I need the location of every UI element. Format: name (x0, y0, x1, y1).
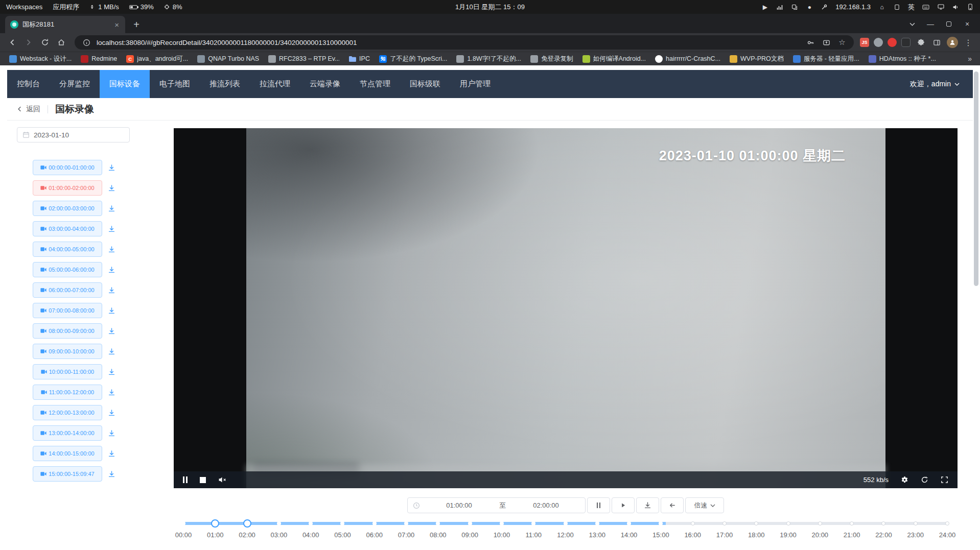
nav-item-3[interactable]: 国标设备 (100, 70, 150, 98)
extensions-puzzle-icon[interactable] (915, 37, 926, 48)
tablet-icon[interactable] (893, 4, 900, 10)
play-button[interactable] (612, 497, 635, 513)
download-icon[interactable] (108, 246, 115, 253)
download-icon[interactable] (108, 368, 115, 376)
record-segment-button[interactable]: 12:00:00-13:00:00 (33, 405, 102, 420)
video-player[interactable]: 2023-01-10 01:00:00 星期二 552 kb/s (174, 128, 958, 488)
bookmark-item[interactable]: Redmine (77, 54, 121, 64)
browser-home-icon[interactable] (54, 35, 68, 50)
pause-button[interactable] (587, 497, 610, 513)
bookmark-item[interactable]: Cjava、android可... (122, 53, 192, 65)
window-minimize-button[interactable]: — (923, 17, 938, 31)
tab-search-chevron-icon[interactable] (904, 17, 920, 31)
settings-gear-icon[interactable] (901, 476, 908, 484)
nav-item-6[interactable]: 拉流代理 (250, 70, 300, 98)
profile-avatar[interactable] (947, 37, 958, 48)
record-segment-button[interactable]: 11:00:00-12:00:00 (33, 385, 102, 400)
download-icon[interactable] (108, 286, 115, 294)
download-icon[interactable] (108, 205, 115, 212)
browser-menu-icon[interactable]: ⋮ (963, 37, 974, 48)
download-icon[interactable] (108, 409, 115, 417)
media-play-icon[interactable]: ▶ (761, 4, 768, 11)
record-segment-button[interactable]: 02:00:00-03:00:00 (33, 201, 102, 216)
nav-item-5[interactable]: 推流列表 (200, 70, 250, 98)
bookmark-item[interactable]: 1.8W字!了不起的... (452, 53, 525, 65)
download-icon[interactable] (108, 164, 115, 172)
bookmark-item[interactable]: Webstack - 设计... (5, 53, 76, 65)
forward-icon[interactable] (21, 35, 36, 50)
bookmark-item[interactable]: HDAtmos :: 种子 *... (865, 53, 940, 65)
record-segment-button[interactable]: 04:00:00-05:00:00 (33, 242, 102, 257)
stop-icon[interactable] (200, 477, 206, 483)
date-picker[interactable]: 2023-01-10 (17, 127, 130, 142)
bookmark-item[interactable]: 知了不起的 TypeScri... (375, 53, 452, 65)
record-segment-button[interactable]: 15:00:00-15:09:47 (33, 466, 102, 482)
record-segment-button[interactable]: 08:00:00-09:00:00 (33, 323, 102, 339)
range-start-input[interactable]: 01:00:00 (420, 501, 498, 509)
download-icon[interactable] (108, 307, 115, 315)
record-segment-button[interactable]: 03:00:00-04:00:00 (33, 221, 102, 236)
extension-icon-dark[interactable] (901, 38, 911, 47)
bookmark-item[interactable]: IPC (344, 54, 374, 64)
back-button[interactable]: 返回 (16, 105, 40, 114)
time-range-picker[interactable]: 01:00:00 至 02:00:00 (407, 497, 586, 513)
pause-icon[interactable] (183, 476, 188, 483)
record-dot-icon[interactable]: ● (806, 4, 813, 11)
download-icon[interactable] (108, 184, 115, 192)
ip-address[interactable]: 192.168.1.3 (835, 3, 871, 11)
extension-icon-red[interactable] (888, 38, 897, 47)
bookmark-item[interactable]: WVP-PRO文档 (726, 53, 788, 65)
share-icon[interactable] (821, 37, 832, 48)
reload-icon[interactable] (38, 35, 52, 50)
download-icon[interactable] (108, 348, 115, 355)
download-button[interactable] (636, 497, 659, 513)
nav-item-9[interactable]: 国标级联 (400, 70, 450, 98)
site-info-icon[interactable] (81, 37, 92, 48)
password-key-icon[interactable] (805, 37, 816, 48)
record-segment-button[interactable]: 07:00:00-08:00:00 (33, 303, 102, 318)
skip-back-button[interactable] (661, 497, 684, 513)
nav-item-4[interactable]: 电子地图 (150, 70, 200, 98)
url-bar[interactable]: localhost:38080/#/gbRecordDetail/3402000… (75, 35, 854, 50)
bookmark-item[interactable]: RFC2833 – RTP Ev... (264, 54, 343, 64)
input-method-indicator[interactable]: 英 (908, 3, 915, 12)
page-scrollbar[interactable] (974, 71, 978, 286)
extension-js-icon[interactable]: JS (860, 38, 869, 47)
browser-tab[interactable]: 国标28181 × (5, 16, 125, 33)
record-segment-button[interactable]: 00:00:00-01:00:00 (33, 160, 102, 175)
record-segment-button[interactable]: 05:00:00-06:00:00 (33, 262, 102, 277)
timeline-handle[interactable] (211, 519, 219, 528)
nav-item-7[interactable]: 云端录像 (300, 70, 350, 98)
network-speed-indicator[interactable]: 1 MB/s (89, 3, 119, 11)
record-segment-button[interactable]: 10:00:00-11:00:00 (33, 364, 102, 379)
user-menu[interactable]: 欢迎，admin (910, 80, 973, 89)
fullscreen-icon[interactable] (941, 476, 948, 484)
nav-item-10[interactable]: 用户管理 (450, 70, 500, 98)
cpu-indicator[interactable]: 8% (164, 3, 182, 11)
record-segment-button[interactable]: 09:00:00-10:00:00 (33, 344, 102, 359)
bookmarks-overflow-icon[interactable]: » (965, 55, 975, 63)
record-segment-button[interactable]: 06:00:00-07:00:00 (33, 282, 102, 298)
new-tab-button[interactable]: + (129, 17, 144, 32)
nav-item-2[interactable]: 分屏监控 (50, 70, 100, 98)
bookmark-star-icon[interactable]: ☆ (836, 37, 848, 48)
keyboard-icon[interactable] (922, 5, 929, 10)
refresh-icon[interactable] (921, 476, 928, 484)
tools-icon[interactable] (821, 4, 828, 10)
applications-button[interactable]: 应用程序 (53, 3, 79, 12)
download-icon[interactable] (108, 327, 115, 335)
side-panel-icon[interactable] (931, 37, 942, 48)
battery-indicator[interactable]: 39% (129, 3, 154, 11)
clipboard-icon[interactable] (791, 4, 798, 10)
volume-icon[interactable] (952, 4, 959, 10)
record-segment-button[interactable]: 13:00:00-14:00:00 (33, 425, 102, 441)
nav-item-8[interactable]: 节点管理 (350, 70, 400, 98)
tab-close-icon[interactable]: × (113, 20, 120, 30)
workspaces-button[interactable]: Workspaces (6, 3, 42, 11)
download-icon[interactable] (108, 225, 115, 233)
window-close-button[interactable]: × (960, 17, 975, 31)
record-segment-button[interactable]: 14:00:00-15:00:00 (33, 446, 102, 461)
mute-icon[interactable] (218, 476, 227, 483)
home-icon[interactable]: ⌂ (878, 4, 885, 11)
display-icon[interactable] (937, 4, 944, 10)
